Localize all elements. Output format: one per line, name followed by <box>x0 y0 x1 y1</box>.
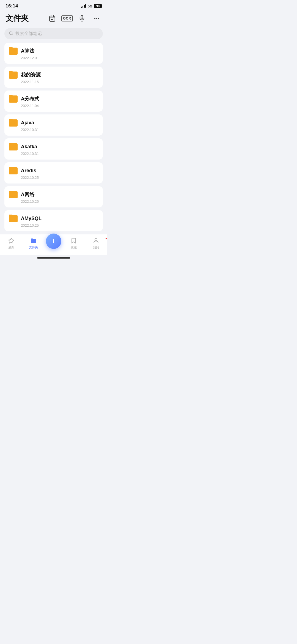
search-icon <box>9 31 13 37</box>
mic-icon-button[interactable] <box>77 13 87 23</box>
nav-favorites-icon <box>70 237 77 244</box>
search-container: 搜索全部笔记 <box>0 28 107 43</box>
folder-name: 我的资源 <box>21 72 41 78</box>
folder-name: A网络 <box>21 191 34 198</box>
folder-item[interactable]: A算法2022.12.01 <box>4 43 103 64</box>
battery-indicator: 98 <box>94 4 102 8</box>
folder-date: 2022.10.25 <box>9 176 98 180</box>
folder-name: Ajava <box>21 120 34 126</box>
folder-name: A算法 <box>21 48 34 54</box>
folder-name: Akafka <box>21 144 37 150</box>
folder-icon <box>9 47 18 55</box>
folder-item[interactable]: AMySQL2022.10.25 <box>4 210 103 231</box>
nav-item-favorites[interactable]: 收藏 <box>63 237 85 250</box>
folder-name: A分布式 <box>21 95 39 102</box>
folder-list: A算法2022.12.01我的资源2022.11.15A分布式2022.11.0… <box>0 43 107 234</box>
nav-latest-label: 最新 <box>8 245 14 250</box>
ocr-icon-button[interactable]: OCR <box>62 13 72 23</box>
svg-point-8 <box>96 18 97 19</box>
nav-item-latest[interactable]: 最新 <box>0 237 22 250</box>
header-toolbar: OCR <box>47 13 102 23</box>
search-bar[interactable]: 搜索全部笔记 <box>4 28 103 39</box>
nav-item-folders[interactable]: 文件夹 <box>22 237 45 250</box>
folder-item[interactable]: Ajava2022.10.31 <box>4 114 103 136</box>
home-bar <box>37 257 70 259</box>
folder-date: 2022.10.31 <box>9 128 98 132</box>
network-type: 5G <box>88 4 92 8</box>
page-title: 文件夹 <box>6 13 29 24</box>
home-indicator <box>0 255 107 260</box>
plus-icon: + <box>51 237 56 245</box>
folder-item[interactable]: Aredis2022.10.25 <box>4 162 103 183</box>
nav-folders-icon <box>30 237 37 244</box>
folder-date: 2022.10.31 <box>9 152 98 156</box>
folder-date: 2022.11.04 <box>9 104 98 108</box>
folder-item[interactable]: A网络2022.10.25 <box>4 186 103 207</box>
status-right: 5G 98 <box>81 4 102 8</box>
folder-date: 2022.10.25 <box>9 223 98 228</box>
folder-icon <box>9 95 18 103</box>
search-placeholder: 搜索全部笔记 <box>15 31 42 37</box>
folder-date: 2022.10.25 <box>9 199 98 204</box>
folder-name: AMySQL <box>21 216 42 221</box>
folder-name: Aredis <box>21 168 36 174</box>
nav-item-add[interactable]: + <box>45 238 63 249</box>
folder-icon <box>9 215 18 222</box>
folder-date: 2022.11.15 <box>9 80 98 84</box>
svg-line-11 <box>12 34 13 35</box>
nav-mine-label: 我的 <box>93 245 99 250</box>
folder-item[interactable]: A分布式2022.11.04 <box>4 91 103 112</box>
svg-rect-13 <box>31 240 36 243</box>
nav-latest-icon <box>8 237 15 244</box>
bottom-nav: 最新 文件夹 + 收藏 我的 <box>0 234 107 255</box>
signal-icon <box>81 4 86 8</box>
folder-icon <box>9 191 18 198</box>
folder-icon <box>9 119 18 127</box>
ocr-label: OCR <box>61 15 73 21</box>
nav-mine-icon <box>92 237 100 244</box>
more-options-button[interactable] <box>92 13 102 23</box>
nav-folders-label: 文件夹 <box>29 245 38 250</box>
folder-item[interactable]: 我的资源2022.11.15 <box>4 67 103 88</box>
calendar-icon-button[interactable] <box>47 13 57 23</box>
svg-point-7 <box>94 18 95 19</box>
svg-point-14 <box>95 239 97 241</box>
status-bar: 16:14 5G 98 <box>0 0 107 11</box>
svg-rect-4 <box>81 15 83 19</box>
svg-rect-0 <box>50 16 55 21</box>
svg-point-9 <box>98 18 99 19</box>
svg-marker-12 <box>9 238 14 243</box>
folder-icon <box>9 143 18 150</box>
nav-add-button[interactable]: + <box>46 234 61 249</box>
nav-favorites-label: 收藏 <box>71 245 77 250</box>
nav-item-mine[interactable]: 我的 <box>85 237 107 250</box>
folder-item[interactable]: Akafka2022.10.31 <box>4 138 103 160</box>
folder-icon <box>9 167 18 174</box>
folder-date: 2022.12.01 <box>9 56 98 60</box>
page-header: 文件夹 OCR <box>0 11 107 28</box>
status-time: 16:14 <box>6 3 18 9</box>
folder-icon <box>9 71 18 79</box>
